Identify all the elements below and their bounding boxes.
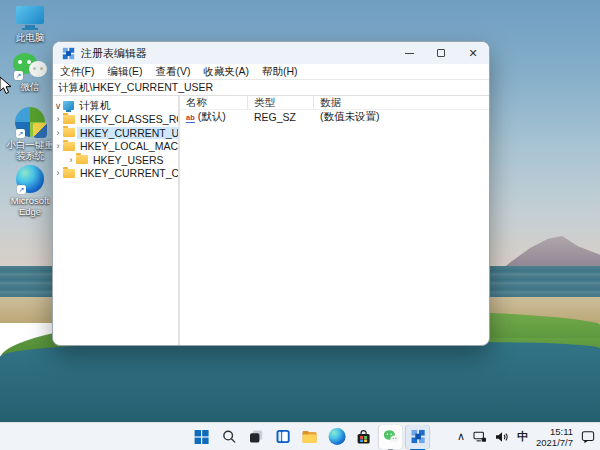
string-value-icon: ab xyxy=(186,114,195,123)
volume-icon[interactable] xyxy=(495,431,509,443)
table-row[interactable]: ab(默认) REG_SZ (数值未设置) xyxy=(180,110,489,124)
menu-edit[interactable]: 编辑(E) xyxy=(107,65,142,79)
shortcut-arrow-icon: ↗ xyxy=(17,185,26,194)
minimize-button[interactable] xyxy=(393,42,425,64)
this-pc-icon xyxy=(16,6,44,30)
maximize-button[interactable] xyxy=(425,42,457,64)
close-button[interactable]: ✕ xyxy=(457,42,489,64)
computer-icon xyxy=(63,101,74,110)
edge-icon: ↗ xyxy=(16,165,44,193)
desktop-icon-this-pc[interactable]: 此电脑 xyxy=(3,6,57,43)
regedit-icon xyxy=(410,429,425,444)
chevron-right-icon[interactable]: › xyxy=(53,168,63,178)
folder-icon xyxy=(63,142,75,151)
registry-tree-panel[interactable]: ∨ 计算机 › HKEY_CLASSES_ROOT › HKEY_CURRENT… xyxy=(53,96,180,345)
tree-node-hkey-classes-root[interactable]: › HKEY_CLASSES_ROOT xyxy=(53,113,178,127)
microsoft-store-button[interactable] xyxy=(352,425,376,449)
clock-date: 2021/7/7 xyxy=(536,437,573,448)
shortcut-arrow-icon: ↗ xyxy=(14,71,23,80)
search-icon xyxy=(221,429,236,444)
desktop-icon-label: Microsoft Edge xyxy=(3,195,57,217)
file-explorer-button[interactable] xyxy=(298,425,322,449)
tree-node-hkey-current-config[interactable]: › HKEY_CURRENT_CONFIG xyxy=(53,167,178,181)
desktop-icon-xiaobai-reinstall[interactable]: ↗ 小白一键重装系统 xyxy=(3,107,57,161)
desktop-icon-label: 微信 xyxy=(21,81,40,92)
column-header-name[interactable]: 名称 xyxy=(180,96,248,109)
shortcut-arrow-icon: ↗ xyxy=(16,129,25,138)
tree-node-computer[interactable]: ∨ 计算机 xyxy=(53,99,178,113)
folder-icon xyxy=(63,115,75,124)
registry-values-panel[interactable]: 名称 类型 数据 ab(默认) REG_SZ (数值未设置) xyxy=(180,96,489,345)
xiaobai-reinstall-icon: ↗ xyxy=(15,107,45,137)
value-type: REG_SZ xyxy=(248,111,314,123)
list-column-headers: 名称 类型 数据 xyxy=(180,96,489,110)
clock-time: 15:11 xyxy=(536,426,573,437)
chevron-right-icon[interactable]: › xyxy=(53,128,63,138)
file-explorer-icon xyxy=(302,429,318,445)
edge-icon xyxy=(328,428,345,445)
task-view-button[interactable] xyxy=(244,425,268,449)
menu-view[interactable]: 查看(V) xyxy=(155,65,190,79)
desktop-icon-label: 小白一键重装系统 xyxy=(3,139,57,161)
column-header-type[interactable]: 类型 xyxy=(248,96,314,109)
desktop-icon-edge[interactable]: ↗ Microsoft Edge xyxy=(3,165,57,217)
wallpaper-lake xyxy=(0,342,600,424)
desktop-icon-label: 此电脑 xyxy=(16,32,45,43)
windows-start-icon xyxy=(194,429,210,445)
address-bar[interactable]: 计算机\HKEY_CURRENT_USER xyxy=(53,79,489,96)
ime-indicator[interactable]: 中 xyxy=(517,429,528,444)
wechat-icon: ↗ xyxy=(13,53,47,79)
menu-file[interactable]: 文件(F) xyxy=(60,65,94,79)
column-header-data[interactable]: 数据 xyxy=(314,96,489,109)
start-button[interactable] xyxy=(190,425,214,449)
regedit-app-icon xyxy=(62,47,75,60)
folder-icon xyxy=(63,128,75,137)
chevron-down-icon[interactable]: ∨ xyxy=(53,101,63,111)
value-data: (数值未设置) xyxy=(314,110,489,124)
network-icon[interactable] xyxy=(473,431,487,443)
selected-tree-node[interactable]: HKEY_CURRENT_USER xyxy=(77,127,180,139)
minimize-icon xyxy=(405,53,414,54)
tree-node-hkey-local-machine[interactable]: › HKEY_LOCAL_MACHINE xyxy=(53,140,178,154)
notification-center-icon[interactable] xyxy=(581,430,595,443)
registry-editor-window: 注册表编辑器 ✕ 文件(F) 编辑(E) 查看(V) 收藏夹(A) 帮助(H) … xyxy=(52,41,490,346)
chevron-right-icon[interactable]: › xyxy=(53,114,63,124)
mouse-cursor xyxy=(0,76,12,95)
folder-icon xyxy=(76,155,88,164)
window-titlebar[interactable]: 注册表编辑器 ✕ xyxy=(53,42,489,64)
menu-help[interactable]: 帮助(H) xyxy=(262,65,298,79)
value-name: (默认) xyxy=(198,110,226,122)
wechat-taskbar-button[interactable] xyxy=(379,425,403,449)
tray-expand-button[interactable]: ∧ xyxy=(457,430,465,443)
edge-button[interactable] xyxy=(325,425,349,449)
taskbar: ∧ 中 15:11 2021/7/7 xyxy=(0,422,600,450)
chevron-right-icon[interactable]: › xyxy=(53,141,63,151)
chevron-right-icon[interactable]: › xyxy=(66,155,76,165)
search-button[interactable] xyxy=(217,425,241,449)
tree-node-hkey-current-user[interactable]: › HKEY_CURRENT_USER xyxy=(53,126,178,140)
regedit-taskbar-button[interactable] xyxy=(406,425,430,449)
wechat-icon xyxy=(382,429,399,444)
maximize-icon xyxy=(437,49,445,57)
menu-bar: 文件(F) 编辑(E) 查看(V) 收藏夹(A) 帮助(H) xyxy=(53,64,489,79)
widgets-icon xyxy=(275,429,290,444)
menu-favorites[interactable]: 收藏夹(A) xyxy=(203,65,249,79)
close-icon: ✕ xyxy=(468,47,477,60)
task-view-icon xyxy=(248,429,263,444)
taskbar-clock[interactable]: 15:11 2021/7/7 xyxy=(536,426,573,448)
address-path: 计算机\HKEY_CURRENT_USER xyxy=(58,81,213,95)
widgets-button[interactable] xyxy=(271,425,295,449)
folder-icon xyxy=(63,169,75,178)
microsoft-store-icon xyxy=(356,429,372,445)
window-title: 注册表编辑器 xyxy=(81,46,147,61)
tree-node-hkey-users[interactable]: › HKEY_USERS xyxy=(53,153,178,167)
